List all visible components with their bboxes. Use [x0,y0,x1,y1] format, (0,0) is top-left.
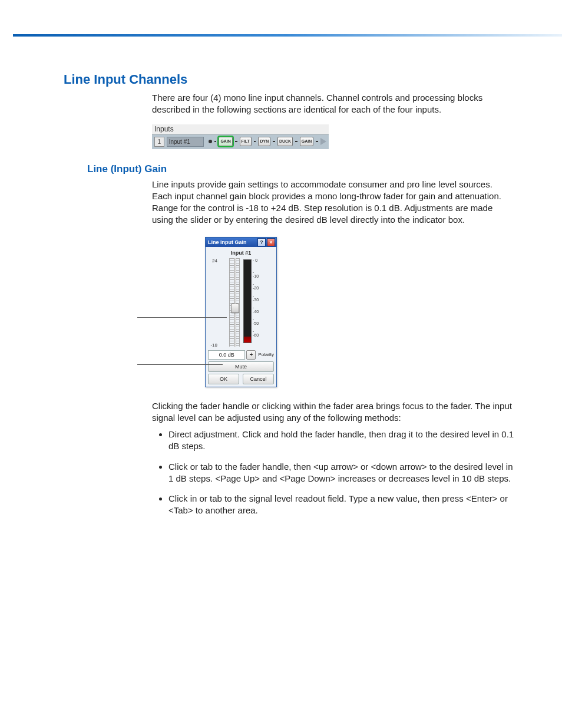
processing-block-gain-1[interactable]: GAIN [219,137,233,146]
meter-tick: - -60 [253,329,261,341]
processing-block-gain-2[interactable]: GAIN [300,137,314,146]
callout-line-readout [137,364,223,365]
line-input-gain-dialog-figure: Line Input Gain ? × Input #1 24 -18 [199,237,352,387]
cancel-button[interactable]: Cancel [243,374,274,384]
polarity-label: Polarity [257,350,274,360]
fader-meter-area: 24 -18 - 0 - -10 - -20 - -30 - -4 [208,258,274,348]
level-meter [243,259,252,343]
ok-button[interactable]: OK [208,374,239,384]
list-item: Click in or tab to the signal level read… [168,493,515,517]
help-icon[interactable]: ? [257,238,266,246]
mute-button[interactable]: Mute [208,361,274,372]
gain-paragraph: Line inputs provide gain settings to acc… [152,179,515,226]
db-readout-field[interactable]: 0.0 dB [208,350,245,360]
gain-fader-handle[interactable] [231,304,239,313]
meter-tick: - -40 [253,305,261,317]
signal-flow-arrow-icon [320,138,326,145]
processing-block-duck[interactable]: DUCK [277,137,293,146]
dialog-titlebar[interactable]: Line Input Gain ? × [206,238,276,247]
heading-line-input-gain: Line (Input) Gain [87,163,515,175]
adjustment-methods-list: Direct adjustment. Click and hold the fa… [152,429,515,517]
dialog-title-text: Line Input Gain [208,238,247,247]
dialog-input-label: Input #1 [208,250,274,256]
meter-tick: - 0 [253,258,261,270]
meter-tick: - -10 [253,270,261,282]
meter-tick: - -50 [253,317,261,329]
gain-fader-track[interactable] [229,258,240,347]
inputs-header-label: Inputs [152,124,329,134]
processing-block-filt[interactable]: FILT [240,137,252,146]
intro-paragraph: There are four (4) mono line input chann… [152,92,515,116]
signal-node-icon [209,140,212,143]
heading-line-input-channels: Line Input Channels [64,72,515,87]
fader-scale-bottom: -18 [208,342,217,348]
list-item: Direct adjustment. Click and hold the fa… [168,429,515,453]
channel-name-field[interactable]: Input #1 [167,137,204,147]
page-content: Line Input Channels There are four (4) m… [0,37,562,549]
processing-block-dyn[interactable]: DYN [258,137,270,146]
list-item: Click or tab to the fader handle, then <… [168,461,515,485]
channel-number-box[interactable]: 1 [154,137,164,147]
close-icon[interactable]: × [267,238,275,246]
inputs-strip-figure: Inputs 1 Input #1 GAIN FILT DYN DUCK GAI… [152,124,329,149]
polarity-button[interactable]: + [246,350,256,360]
meter-tick: - -20 [253,282,261,294]
meter-tick-labels: - 0 - -10 - -20 - -30 - -40 - -50 - -60 [253,258,261,341]
meter-tick: - -30 [253,294,261,305]
fader-scale-top: 24 [208,258,217,263]
inputs-row: 1 Input #1 GAIN FILT DYN DUCK GAIN [152,134,329,149]
fader-focus-paragraph: Clicking the fader handle or clicking wi… [152,400,515,424]
